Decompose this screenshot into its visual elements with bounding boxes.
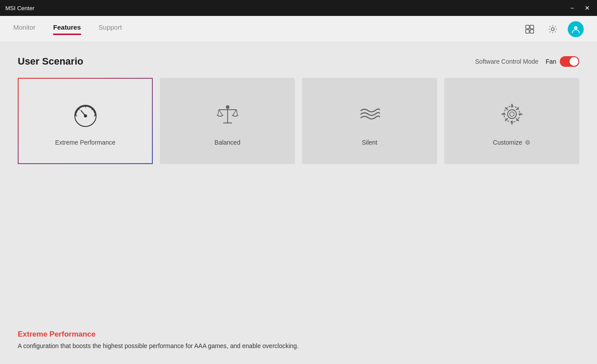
svg-point-23 [510,112,514,116]
speedometer-icon [68,96,103,132]
tab-support[interactable]: Support [99,23,122,35]
window-controls: − ✕ [569,4,592,12]
app-title: MSI Center [5,5,35,11]
svg-point-22 [508,110,516,119]
card-extreme-performance[interactable]: Extreme Performance [18,78,153,164]
section-controls: Software Control Mode Fan [475,56,579,67]
svg-point-4 [551,27,554,31]
card-balanced-label: Balanced [214,139,240,146]
grid-icon [525,24,535,34]
section-header: User Scenario Software Control Mode Fan [18,56,579,67]
nav-tabs: Monitor Features Support [13,23,122,35]
card-silent[interactable]: Silent [302,78,437,164]
description-text: A configuration that boosts the highest … [18,341,579,351]
minimize-button[interactable]: − [569,4,576,12]
card-balanced[interactable]: Balanced [160,78,295,164]
card-customize-label: Customize ⚙ [493,139,531,146]
svg-rect-3 [530,30,534,33]
card-silent-label: Silent [362,139,377,146]
svg-line-21 [236,110,237,115]
svg-line-19 [219,110,222,115]
card-customize[interactable]: Customize ⚙ [444,78,579,164]
toggle-knob [570,57,578,66]
nav-right-controls [522,21,584,37]
fan-toggle-container: Fan [546,56,579,67]
titlebar: MSI Center − ✕ [0,0,597,16]
fan-label: Fan [546,58,556,65]
gear-settings-icon [548,24,558,34]
svg-point-17 [226,106,229,108]
svg-line-20 [233,110,236,115]
tab-features[interactable]: Features [53,23,81,35]
svg-point-13 [84,115,86,117]
section-title: User Scenario [18,56,83,67]
svg-rect-2 [526,30,529,33]
tab-monitor[interactable]: Monitor [13,23,35,35]
close-button[interactable]: ✕ [583,4,592,12]
customize-gear-icon [494,96,530,132]
avatar[interactable] [568,21,584,37]
svg-rect-1 [530,25,534,29]
scenario-cards: Extreme Performance [18,78,579,164]
svg-line-18 [218,110,219,115]
scales-icon [210,96,245,132]
navbar: Monitor Features Support [0,16,597,42]
description-section: Extreme Performance A configuration that… [18,330,579,351]
software-control-mode-label: Software Control Mode [475,58,539,65]
svg-rect-0 [526,25,529,29]
svg-point-5 [574,26,578,30]
grid-view-button[interactable] [522,21,538,37]
card-extreme-performance-label: Extreme Performance [55,139,115,146]
avatar-icon [571,24,581,34]
main-content: User Scenario Software Control Mode Fan [0,42,597,364]
svg-point-24 [504,106,520,122]
fan-toggle[interactable] [560,56,579,67]
description-title: Extreme Performance [18,330,579,339]
customize-settings-icon: ⚙ [525,139,531,146]
settings-button[interactable] [545,21,561,37]
waves-icon [352,96,388,132]
